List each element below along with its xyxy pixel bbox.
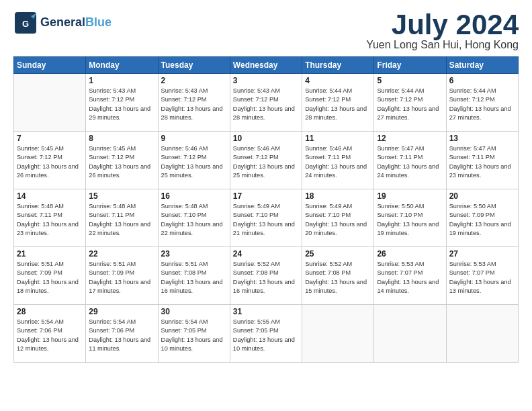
calendar-cell: 1Sunrise: 5:43 AMSunset: 7:12 PMDaylight…	[86, 74, 158, 132]
logo-general: GeneralBlue	[40, 16, 112, 30]
month-title: July 2024	[366, 11, 519, 39]
weekday-header-tuesday: Tuesday	[158, 57, 230, 74]
calendar-cell: 28Sunrise: 5:54 AMSunset: 7:06 PMDayligh…	[14, 305, 86, 363]
day-number: 20	[449, 191, 515, 201]
calendar-cell: 17Sunrise: 5:49 AMSunset: 7:10 PMDayligh…	[230, 189, 302, 247]
weekday-header-row: SundayMondayTuesdayWednesdayThursdayFrid…	[14, 57, 519, 74]
calendar-cell: 3Sunrise: 5:43 AMSunset: 7:12 PMDaylight…	[230, 74, 302, 132]
day-info: Sunrise: 5:43 AMSunset: 7:12 PMDaylight:…	[89, 87, 154, 122]
calendar-cell	[446, 305, 518, 363]
day-info: Sunrise: 5:51 AMSunset: 7:09 PMDaylight:…	[17, 260, 83, 295]
calendar-week-3: 14Sunrise: 5:48 AMSunset: 7:11 PMDayligh…	[14, 189, 519, 247]
day-number: 4	[305, 76, 371, 85]
day-info: Sunrise: 5:47 AMSunset: 7:11 PMDaylight:…	[449, 144, 515, 180]
title-block: July 2024 Yuen Long San Hui, Hong Kong	[366, 11, 519, 51]
location-title: Yuen Long San Hui, Hong Kong	[366, 39, 519, 51]
calendar-cell	[374, 305, 446, 363]
page: G GeneralBlue July 2024 Yuen Long San Hu…	[0, 0, 532, 411]
day-info: Sunrise: 5:52 AMSunset: 7:08 PMDaylight:…	[233, 260, 299, 295]
weekday-header-sunday: Sunday	[14, 57, 86, 74]
day-info: Sunrise: 5:46 AMSunset: 7:12 PMDaylight:…	[161, 144, 227, 180]
day-info: Sunrise: 5:54 AMSunset: 7:06 PMDaylight:…	[17, 318, 83, 353]
weekday-header-friday: Friday	[374, 57, 446, 74]
day-number: 17	[233, 191, 299, 201]
day-info: Sunrise: 5:55 AMSunset: 7:05 PMDaylight:…	[233, 318, 299, 353]
day-info: Sunrise: 5:50 AMSunset: 7:09 PMDaylight:…	[449, 202, 515, 238]
calendar-cell: 15Sunrise: 5:48 AMSunset: 7:11 PMDayligh…	[86, 189, 158, 247]
calendar-cell: 6Sunrise: 5:44 AMSunset: 7:12 PMDaylight…	[446, 74, 518, 132]
day-number: 23	[161, 249, 227, 259]
calendar-cell: 25Sunrise: 5:52 AMSunset: 7:08 PMDayligh…	[302, 247, 374, 305]
day-number: 13	[449, 134, 515, 143]
day-number: 10	[233, 134, 299, 143]
logo-text-block: GeneralBlue	[40, 16, 112, 30]
day-info: Sunrise: 5:51 AMSunset: 7:08 PMDaylight:…	[161, 260, 227, 295]
logo: G GeneralBlue	[13, 11, 112, 35]
day-info: Sunrise: 5:44 AMSunset: 7:12 PMDaylight:…	[449, 87, 515, 122]
calendar-cell: 31Sunrise: 5:55 AMSunset: 7:05 PMDayligh…	[230, 305, 302, 363]
day-info: Sunrise: 5:52 AMSunset: 7:08 PMDaylight:…	[305, 260, 371, 295]
calendar-cell: 13Sunrise: 5:47 AMSunset: 7:11 PMDayligh…	[446, 132, 518, 189]
day-number: 5	[377, 76, 443, 85]
calendar-cell: 24Sunrise: 5:52 AMSunset: 7:08 PMDayligh…	[230, 247, 302, 305]
calendar-cell: 23Sunrise: 5:51 AMSunset: 7:08 PMDayligh…	[158, 247, 230, 305]
day-info: Sunrise: 5:45 AMSunset: 7:12 PMDaylight:…	[89, 144, 154, 180]
calendar-cell: 30Sunrise: 5:54 AMSunset: 7:05 PMDayligh…	[158, 305, 230, 363]
day-info: Sunrise: 5:51 AMSunset: 7:09 PMDaylight:…	[89, 260, 154, 295]
calendar-cell: 18Sunrise: 5:49 AMSunset: 7:10 PMDayligh…	[302, 189, 374, 247]
day-number: 11	[305, 134, 371, 143]
day-number: 25	[305, 249, 371, 259]
calendar-cell: 4Sunrise: 5:44 AMSunset: 7:12 PMDaylight…	[302, 74, 374, 132]
day-number: 29	[89, 307, 154, 316]
day-info: Sunrise: 5:49 AMSunset: 7:10 PMDaylight:…	[305, 202, 371, 238]
day-info: Sunrise: 5:44 AMSunset: 7:12 PMDaylight:…	[377, 87, 443, 122]
day-number: 6	[449, 76, 515, 85]
day-number: 26	[377, 249, 443, 259]
calendar-cell: 5Sunrise: 5:44 AMSunset: 7:12 PMDaylight…	[374, 74, 446, 132]
calendar-cell: 7Sunrise: 5:45 AMSunset: 7:12 PMDaylight…	[14, 132, 86, 189]
calendar-cell	[14, 74, 86, 132]
day-number: 14	[17, 191, 83, 201]
calendar-cell: 9Sunrise: 5:46 AMSunset: 7:12 PMDaylight…	[158, 132, 230, 189]
day-info: Sunrise: 5:44 AMSunset: 7:12 PMDaylight:…	[305, 87, 371, 122]
calendar-week-4: 21Sunrise: 5:51 AMSunset: 7:09 PMDayligh…	[14, 247, 519, 305]
calendar-cell: 20Sunrise: 5:50 AMSunset: 7:09 PMDayligh…	[446, 189, 518, 247]
day-info: Sunrise: 5:46 AMSunset: 7:11 PMDaylight:…	[305, 144, 371, 180]
day-number: 12	[377, 134, 443, 143]
day-info: Sunrise: 5:45 AMSunset: 7:12 PMDaylight:…	[17, 144, 83, 180]
calendar-cell	[302, 305, 374, 363]
day-info: Sunrise: 5:48 AMSunset: 7:11 PMDaylight:…	[89, 202, 154, 238]
day-number: 8	[89, 134, 154, 143]
weekday-header-monday: Monday	[86, 57, 158, 74]
day-number: 27	[449, 249, 515, 259]
day-number: 2	[161, 76, 227, 85]
day-number: 9	[161, 134, 227, 143]
day-number: 28	[17, 307, 83, 316]
day-number: 24	[233, 249, 299, 259]
calendar-cell: 19Sunrise: 5:50 AMSunset: 7:10 PMDayligh…	[374, 189, 446, 247]
calendar-table: SundayMondayTuesdayWednesdayThursdayFrid…	[13, 56, 519, 363]
weekday-header-thursday: Thursday	[302, 57, 374, 74]
day-number: 18	[305, 191, 371, 201]
calendar-cell: 12Sunrise: 5:47 AMSunset: 7:11 PMDayligh…	[374, 132, 446, 189]
day-number: 1	[89, 76, 154, 85]
calendar-cell: 26Sunrise: 5:53 AMSunset: 7:07 PMDayligh…	[374, 247, 446, 305]
calendar-cell: 11Sunrise: 5:46 AMSunset: 7:11 PMDayligh…	[302, 132, 374, 189]
day-info: Sunrise: 5:48 AMSunset: 7:11 PMDaylight:…	[17, 202, 83, 238]
logo-icon: G	[13, 11, 38, 35]
calendar-cell: 29Sunrise: 5:54 AMSunset: 7:06 PMDayligh…	[86, 305, 158, 363]
day-info: Sunrise: 5:53 AMSunset: 7:07 PMDaylight:…	[377, 260, 443, 295]
header: G GeneralBlue July 2024 Yuen Long San Hu…	[13, 11, 519, 51]
day-number: 15	[89, 191, 154, 201]
day-info: Sunrise: 5:50 AMSunset: 7:10 PMDaylight:…	[377, 202, 443, 238]
calendar-week-5: 28Sunrise: 5:54 AMSunset: 7:06 PMDayligh…	[14, 305, 519, 363]
calendar-cell: 8Sunrise: 5:45 AMSunset: 7:12 PMDaylight…	[86, 132, 158, 189]
weekday-header-wednesday: Wednesday	[230, 57, 302, 74]
calendar-cell: 14Sunrise: 5:48 AMSunset: 7:11 PMDayligh…	[14, 189, 86, 247]
calendar-week-1: 1Sunrise: 5:43 AMSunset: 7:12 PMDaylight…	[14, 74, 519, 132]
day-number: 22	[89, 249, 154, 259]
day-info: Sunrise: 5:43 AMSunset: 7:12 PMDaylight:…	[161, 87, 227, 122]
day-info: Sunrise: 5:49 AMSunset: 7:10 PMDaylight:…	[233, 202, 299, 238]
weekday-header-saturday: Saturday	[446, 57, 518, 74]
day-number: 7	[17, 134, 83, 143]
